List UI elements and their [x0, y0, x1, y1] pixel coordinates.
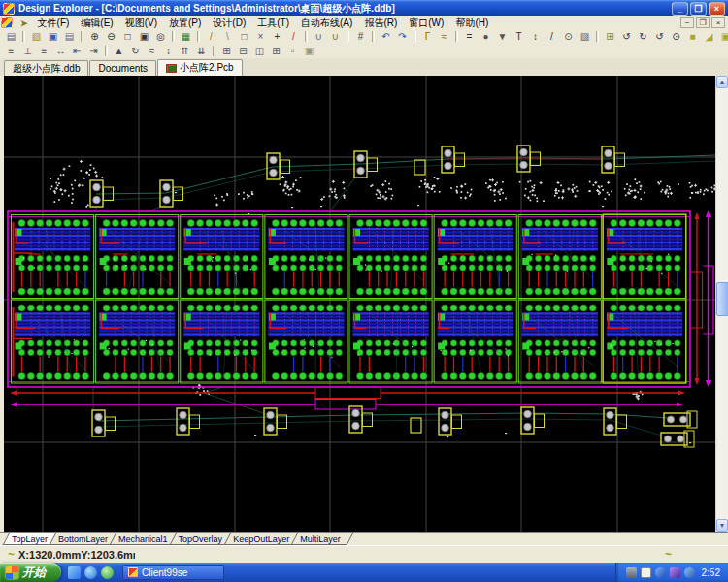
zoom-out-icon[interactable]: ⊖	[103, 30, 119, 43]
grid-toggle-icon[interactable]: #	[352, 30, 369, 43]
place-dimension-icon[interactable]: ↕	[527, 30, 544, 43]
close-button[interactable]: ×	[709, 2, 725, 16]
place-polygon-icon[interactable]: ⊙	[560, 30, 577, 43]
paste-array-icon[interactable]: ⊞	[602, 30, 618, 43]
restore-button[interactable]: ❐	[690, 2, 707, 16]
layer-tab-mechanical1[interactable]: Mechanical1	[113, 533, 178, 545]
menu-item-4[interactable]: 设计(D)	[207, 16, 251, 29]
special-select-icon[interactable]: ▫	[284, 45, 301, 57]
space-equal-icon[interactable]: ↔	[52, 45, 69, 57]
knife-icon[interactable]: /	[203, 30, 219, 43]
antivirus-icon[interactable]	[684, 567, 695, 578]
move-to-front-icon[interactable]: ▲	[111, 45, 127, 57]
menu-item-0[interactable]: 文件(F)	[32, 16, 76, 29]
layer-tab-topoverlay[interactable]: TopOverlay	[173, 533, 233, 545]
undo-icon[interactable]: ↶	[378, 30, 394, 43]
update-pcb-icon[interactable]: ◫	[251, 45, 268, 57]
toolbar-separator	[172, 31, 175, 42]
place-slope-icon[interactable]: ◢	[701, 30, 717, 43]
place-pad-icon[interactable]: ●	[478, 30, 494, 43]
menu-item-3[interactable]: 放置(P)	[163, 16, 207, 29]
align-center-icon[interactable]: ⊥	[19, 45, 36, 57]
route-arc-icon[interactable]: ≈	[436, 30, 452, 43]
layer-tab-multilayer[interactable]: MultiLayer	[294, 533, 350, 545]
open-icon[interactable]: ▧	[28, 30, 45, 43]
align-right-icon[interactable]: ≡	[36, 45, 52, 57]
clipboard-1-icon[interactable]: ∪	[311, 30, 327, 43]
align-left-icon[interactable]: ≡	[3, 45, 19, 57]
messenger-icon[interactable]	[68, 566, 81, 579]
zoom-window-icon[interactable]: □	[119, 30, 136, 43]
doc-tab-0[interactable]: 超级小点阵.ddb	[4, 60, 88, 76]
rotate-free-icon[interactable]: ⊙	[668, 30, 684, 43]
mdi-minimize-button[interactable]: −	[680, 17, 694, 28]
route-corner-icon[interactable]: Γ	[419, 30, 436, 43]
rotate-90-icon[interactable]: ↻	[127, 45, 144, 57]
zoom-point-icon[interactable]: ◎	[152, 30, 169, 43]
component-placement-toolbar: ≡⊥≡↔⇤⇥▲↻≈↕⇈⇊⊞⊟◫⊞▫▣	[0, 44, 728, 58]
connection-icon[interactable]	[670, 567, 680, 578]
layer-tab-bottomlayer[interactable]: BottomLayer	[52, 533, 117, 545]
clipboard-2-icon[interactable]: ∪	[327, 30, 344, 43]
paste-special-icon[interactable]: ⊞	[218, 45, 235, 57]
zoom-in-icon[interactable]: ⊕	[86, 30, 103, 43]
minimize-button[interactable]: _	[672, 2, 688, 16]
document-tab-strip: 超级小点阵.ddbDocuments小点阵2.Pcb	[0, 58, 728, 76]
doc-tab-1[interactable]: Documents	[89, 60, 156, 76]
internet-explorer-icon[interactable]	[84, 566, 97, 579]
scroll-up-button[interactable]: ▲	[716, 76, 728, 88]
place-coordinate-icon[interactable]: /	[544, 30, 560, 43]
place-room-icon[interactable]: ■	[684, 30, 701, 43]
place-fill-icon[interactable]: ▨	[577, 30, 593, 43]
menu-item-9[interactable]: 帮助(H)	[449, 16, 494, 29]
paste-queue-icon[interactable]: ⊟	[235, 45, 251, 57]
media-player-icon[interactable]	[101, 566, 114, 579]
snap-to-grid-icon[interactable]: ⊞	[268, 45, 284, 57]
menu-item-2[interactable]: 视图(V)	[119, 16, 163, 29]
select-area-icon[interactable]: □	[236, 30, 252, 43]
rotate-ccw-icon[interactable]: ↺	[618, 30, 635, 43]
rotate-cw-icon[interactable]: ↻	[635, 30, 651, 43]
place-track-icon[interactable]: =	[461, 30, 478, 43]
place-via-icon[interactable]: ▼	[494, 30, 511, 43]
task-button-client99se[interactable]: Client99se	[122, 565, 224, 580]
space-increase-icon[interactable]: ⇤	[69, 45, 85, 57]
menu-item-1[interactable]: 编辑(E)	[75, 16, 118, 29]
mdi-close-button[interactable]: ×	[711, 17, 725, 28]
explorer-toggle-icon[interactable]: ▤	[3, 30, 19, 43]
input-method-icon[interactable]	[641, 567, 651, 578]
deselect-icon[interactable]: ×	[252, 30, 269, 43]
device-tray-icon[interactable]	[626, 567, 637, 578]
place-plane-icon[interactable]: ▣	[717, 30, 728, 43]
save-icon[interactable]: ▣	[45, 30, 61, 43]
flip-vertical-icon[interactable]: ↕	[160, 45, 177, 57]
scrollbar-thumb[interactable]	[716, 282, 728, 316]
network-icon[interactable]	[655, 567, 666, 578]
pcb-drawing[interactable]	[0, 76, 715, 532]
menu-item-8[interactable]: 窗口(W)	[403, 16, 449, 29]
menu-item-7[interactable]: 报告(R)	[358, 16, 403, 29]
cross-cursor-icon[interactable]: +	[269, 30, 285, 43]
align-bottom-icon[interactable]: ⇊	[193, 45, 210, 57]
layer-tab-keepoutlayer[interactable]: KeepOutLayer	[227, 533, 299, 545]
space-decrease-icon[interactable]: ⇥	[85, 45, 102, 57]
room-tool-icon[interactable]: ▣	[301, 45, 317, 57]
rotate-component-icon[interactable]: ↺	[651, 30, 668, 43]
scroll-down-button[interactable]: ▼	[716, 519, 728, 532]
redo-icon[interactable]: ↷	[394, 30, 411, 43]
print-icon[interactable]: ▤	[61, 30, 78, 43]
highlight-pen-icon[interactable]: /	[285, 30, 302, 43]
align-top-icon[interactable]: ⇈	[177, 45, 193, 57]
wire-icon[interactable]: \	[219, 30, 236, 43]
mdi-restore-button[interactable]: ❐	[696, 17, 710, 28]
start-button[interactable]: 开始	[0, 563, 61, 582]
place-text-icon[interactable]: T	[511, 30, 527, 43]
mirror-icon[interactable]: ≈	[144, 45, 160, 57]
menu-item-6[interactable]: 自动布线(A)	[295, 16, 358, 29]
system-menu-arrow-icon[interactable]: ➤	[17, 18, 32, 28]
doc-tab-2[interactable]: 小点阵2.Pcb	[157, 59, 243, 76]
menu-item-5[interactable]: 工具(T)	[251, 16, 295, 29]
vertical-scrollbar[interactable]: ▲ ▼	[715, 76, 728, 532]
zoom-doc-icon[interactable]: ▣	[136, 30, 152, 43]
browse-library-icon[interactable]: ▦	[178, 30, 194, 43]
